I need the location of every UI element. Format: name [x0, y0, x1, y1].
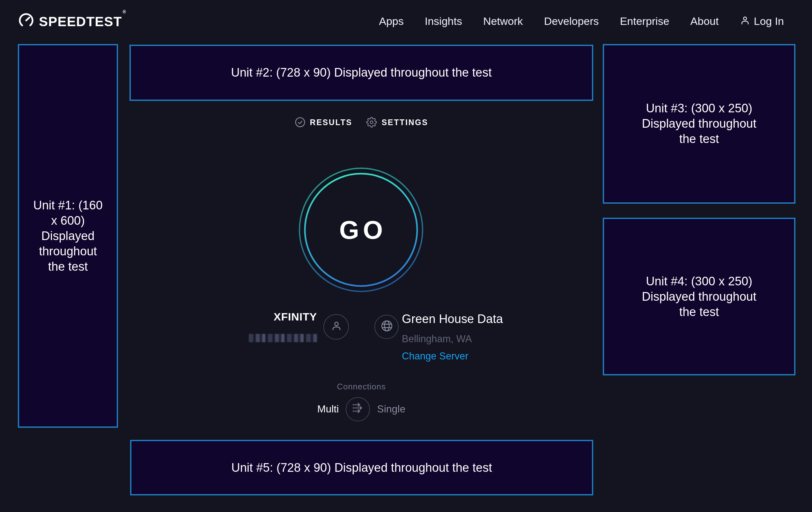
isp-name: XFINITY [273, 311, 317, 324]
go-button[interactable]: GO [298, 167, 424, 293]
results-label: RESULTS [310, 118, 352, 127]
speedometer-icon [19, 13, 34, 31]
registered-mark: ® [123, 9, 126, 14]
ad-unit-3-label: Unit #3: (300 x 250) Displayed throughou… [634, 101, 764, 147]
ad-unit-3[interactable]: Unit #3: (300 x 250) Displayed throughou… [603, 44, 795, 204]
ad-unit-1-label: Unit #1: (160 x 600) Displayed throughou… [32, 197, 104, 274]
connections-single-option[interactable]: Single [377, 403, 405, 415]
ad-unit-5-label: Unit #5: (728 x 90) Displayed throughout… [231, 460, 492, 475]
logo-wordmark: SPEEDTEST® [39, 14, 126, 29]
tab-settings[interactable]: SETTINGS [367, 117, 428, 128]
ad-unit-5[interactable]: Unit #5: (728 x 90) Displayed throughout… [130, 440, 593, 495]
ad-unit-4[interactable]: Unit #4: (300 x 250) Displayed throughou… [603, 218, 795, 375]
connections-row: Multi Single [129, 397, 593, 421]
ad-unit-2-label: Unit #2: (728 x 90) Displayed throughout… [231, 65, 492, 80]
ad-unit-1[interactable]: Unit #1: (160 x 600) Displayed throughou… [18, 44, 118, 428]
ad-unit-4-label: Unit #4: (300 x 250) Displayed throughou… [634, 274, 764, 320]
server-globe-circle[interactable] [374, 315, 399, 339]
connections-label: Connections [129, 382, 593, 392]
nav-item-enterprise[interactable]: Enterprise [620, 15, 669, 28]
ad-unit-2[interactable]: Unit #2: (728 x 90) Displayed throughout… [129, 45, 593, 101]
check-circle-icon [295, 117, 306, 128]
top-nav: SPEEDTEST® Apps Insights Network Develop… [0, 0, 812, 44]
nav-item-insights[interactable]: Insights [425, 15, 462, 28]
isp-avatar-circle[interactable] [323, 314, 349, 340]
user-icon [740, 15, 750, 28]
speedtest-page: SPEEDTEST® Apps Insights Network Develop… [0, 0, 812, 512]
login-button[interactable]: Log In [740, 15, 784, 28]
connections-multi-option[interactable]: Multi [317, 403, 339, 415]
multi-arrows-icon [350, 400, 366, 418]
person-icon [330, 320, 342, 334]
speedtest-logo[interactable]: SPEEDTEST® [19, 13, 126, 31]
server-location: Bellingham, WA [402, 333, 472, 345]
censored-ip-blur [249, 334, 317, 342]
connections-toggle[interactable] [346, 397, 370, 421]
tabs-row: RESULTS SETTINGS [129, 117, 593, 128]
globe-icon [380, 319, 393, 335]
change-server-link[interactable]: Change Server [402, 350, 468, 362]
nav-links: Apps Insights Network Developers Enterpr… [379, 15, 784, 28]
nav-item-apps[interactable]: Apps [379, 15, 404, 28]
nav-item-network[interactable]: Network [483, 15, 523, 28]
settings-label: SETTINGS [382, 118, 428, 127]
tab-results[interactable]: RESULTS [295, 117, 352, 128]
nav-item-developers[interactable]: Developers [544, 15, 599, 28]
go-label: GO [298, 167, 424, 293]
gear-icon [367, 117, 377, 128]
nav-item-about[interactable]: About [691, 15, 719, 28]
server-name: Green House Data [402, 312, 503, 326]
